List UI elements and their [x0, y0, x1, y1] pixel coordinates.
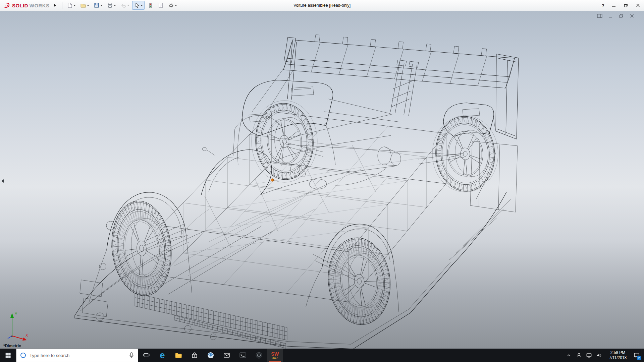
open-folder-icon: [80, 2, 86, 8]
network-icon: [586, 352, 592, 358]
pane-toggle-button[interactable]: [596, 13, 603, 18]
options-gear-icon: [168, 2, 174, 8]
select-button[interactable]: [132, 1, 145, 10]
network-button[interactable]: [584, 349, 594, 362]
pane-toggle-icon: [597, 13, 603, 18]
close-icon: [636, 3, 640, 8]
hidden-icons-button[interactable]: [564, 349, 574, 362]
flyout-arrow-icon: [53, 4, 56, 7]
browser-globe-icon: [207, 351, 215, 359]
menu-flyout-arrow[interactable]: [52, 2, 57, 9]
undo-button[interactable]: [119, 1, 131, 10]
microphone-icon[interactable]: [128, 352, 135, 359]
solidworks-logo: SOLIDWORKS: [0, 2, 52, 8]
taskbar-app-photos[interactable]: [251, 349, 267, 362]
edge-icon: e: [160, 351, 165, 360]
doc-minimize-icon: [608, 13, 613, 18]
document-window-controls: [596, 13, 635, 18]
taskbar-search[interactable]: [16, 349, 138, 362]
taskbar-app-browser[interactable]: [203, 349, 219, 362]
people-button[interactable]: [574, 349, 584, 362]
z-axis-arrow: [8, 336, 12, 339]
taskbar-clock[interactable]: 2:58 PM 7/11/2018: [604, 350, 632, 360]
solidworks-window: SOLIDWORKS: [0, 0, 644, 362]
clock-time: 2:58 PM: [605, 350, 630, 355]
terminal-icon: [239, 351, 247, 359]
help-button[interactable]: ?: [598, 1, 608, 10]
sw-icon-year: 2017: [272, 357, 278, 359]
taskbar-app-file-explorer[interactable]: [170, 349, 186, 362]
save-icon: [94, 2, 100, 8]
file-properties-button[interactable]: [156, 1, 165, 10]
action-center-button[interactable]: 2: [632, 349, 642, 362]
ds-logo-icon: [3, 2, 11, 8]
restore-icon: [624, 3, 628, 8]
taskbar-app-edge[interactable]: e: [154, 349, 170, 362]
chevron-down-icon[interactable]: [175, 5, 177, 6]
x-axis-arrow: [22, 338, 27, 341]
y-axis-arrow: [10, 313, 14, 318]
app-dark-circle-icon: [255, 351, 263, 359]
x-axis-label: X: [25, 333, 28, 337]
task-view-icon: [143, 352, 150, 359]
graphics-viewport[interactable]: Y X *Dimetric: [0, 11, 644, 349]
origin-marker[interactable]: [270, 178, 275, 182]
taskbar-app-terminal[interactable]: [235, 349, 251, 362]
chevron-down-icon[interactable]: [87, 5, 89, 6]
people-icon: [576, 352, 582, 358]
doc-restore-button[interactable]: [618, 13, 625, 18]
collapsed-panel-arrow-icon[interactable]: [1, 179, 4, 183]
task-view-button[interactable]: [138, 349, 154, 362]
chevron-down-icon[interactable]: [141, 5, 143, 6]
start-button[interactable]: [0, 349, 16, 362]
mail-envelope-icon: [223, 351, 231, 359]
select-cursor-icon: [134, 2, 140, 8]
chevron-down-icon[interactable]: [73, 5, 76, 6]
print-button[interactable]: [105, 1, 118, 10]
save-button[interactable]: [92, 1, 104, 10]
taskbar-app-mail[interactable]: [219, 349, 235, 362]
clock-date: 7/11/2018: [605, 355, 630, 360]
notification-badge: 2: [637, 356, 641, 360]
y-axis-label: Y: [15, 312, 17, 316]
sw-icon-text: SW: [271, 352, 279, 356]
system-tray: 2:58 PM 7/11/2018 2: [564, 349, 644, 362]
windows-logo-icon: [5, 352, 11, 358]
options-button[interactable]: [166, 1, 179, 10]
windows-taskbar: e: [0, 349, 644, 362]
minimize-icon: [611, 3, 616, 8]
doc-minimize-button[interactable]: [607, 13, 614, 18]
doc-close-button[interactable]: [629, 13, 635, 18]
taskbar-app-store[interactable]: [186, 349, 203, 362]
chevron-up-icon: [566, 353, 572, 358]
store-bag-icon: [191, 351, 199, 359]
chevron-down-icon[interactable]: [127, 5, 129, 6]
titlebar: SOLIDWORKS: [0, 0, 644, 11]
rebuild-traffic-light-icon: [147, 2, 153, 8]
new-document-icon: [67, 2, 73, 8]
open-button[interactable]: [78, 1, 91, 10]
chevron-down-icon[interactable]: [100, 5, 103, 6]
undo-icon: [120, 2, 126, 8]
volume-button[interactable]: [594, 349, 604, 362]
taskbar-app-solidworks-2017[interactable]: SW 2017: [267, 349, 283, 362]
document-title: Voiture assemblee [Read-only]: [293, 3, 351, 8]
rebuild-button[interactable]: [146, 1, 155, 10]
window-controls: ?: [598, 0, 644, 11]
restore-button[interactable]: [620, 1, 632, 10]
print-icon: [107, 2, 113, 8]
chevron-down-icon[interactable]: [114, 5, 116, 6]
new-document-button[interactable]: [65, 1, 77, 10]
close-button[interactable]: [632, 1, 644, 10]
file-properties-icon: [158, 2, 164, 8]
doc-restore-icon: [619, 13, 624, 18]
brand-works: WORKS: [30, 3, 50, 8]
brand-solid: SOLID: [12, 3, 28, 8]
doc-close-icon: [629, 13, 635, 18]
orientation-triad: Y X: [3, 310, 32, 343]
show-desktop-button[interactable]: [642, 349, 644, 362]
search-input[interactable]: [30, 353, 125, 358]
wireframe-car-model[interactable]: [0, 11, 644, 349]
file-explorer-icon: [174, 351, 182, 359]
minimize-button[interactable]: [608, 1, 620, 10]
